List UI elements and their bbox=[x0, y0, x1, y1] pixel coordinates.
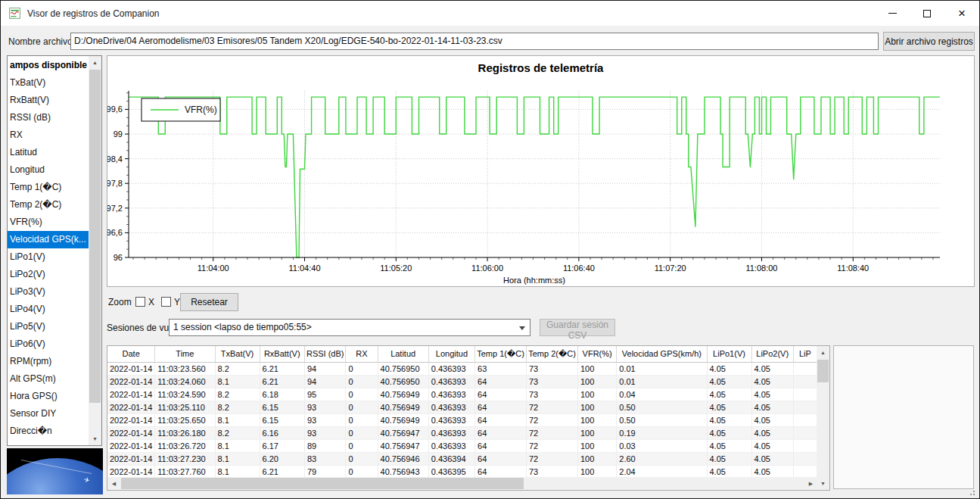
table-cell: 63 bbox=[475, 362, 527, 375]
column-header[interactable]: Longitud bbox=[428, 346, 474, 362]
field-item-lipo3-v[interactable]: LiPo3(V) bbox=[8, 283, 89, 301]
table-cell: 64 bbox=[475, 452, 527, 465]
table-row[interactable]: 2022-01-1411:03:26.1808.26.1693040.75694… bbox=[107, 426, 817, 439]
table-cell: 11:03:27.760 bbox=[155, 465, 215, 477]
svg-text:97,2: 97,2 bbox=[107, 204, 123, 213]
scroll-down-icon[interactable]: ▼ bbox=[89, 432, 101, 445]
telemetry-chart-panel[interactable]: 9696,697,297,898,49999,611:04:0011:04:40… bbox=[107, 55, 975, 287]
field-item-vfr[interactable]: VFR(%) bbox=[8, 214, 89, 231]
table-vscroll-thumb[interactable] bbox=[817, 360, 829, 382]
table-cell: 8.1 bbox=[215, 413, 260, 426]
column-header[interactable]: RxBatt(V) bbox=[260, 346, 304, 362]
column-header[interactable]: LiPo1(V) bbox=[707, 346, 751, 362]
table-row[interactable]: 2022-01-1411:03:27.7608.16.2179040.75694… bbox=[107, 465, 817, 477]
column-header[interactable]: LiPo2(V) bbox=[751, 346, 793, 362]
zoom-y-checkbox[interactable] bbox=[161, 297, 171, 307]
file-path-input[interactable]: D:/OneDrive/04 Aeromodelisme/03 Emisores… bbox=[70, 33, 879, 50]
column-header[interactable]: Latitud bbox=[378, 346, 428, 362]
field-item-latitud[interactable]: Latitud bbox=[8, 144, 89, 161]
svg-text:11:07:20: 11:07:20 bbox=[655, 264, 686, 273]
save-session-csv-button[interactable]: Guardar sesión CSV bbox=[540, 319, 615, 336]
table-row[interactable]: 2022-01-1411:03:25.6508.16.1593040.75694… bbox=[107, 413, 817, 426]
table-row[interactable]: 2022-01-1411:03:24.5908.26.1895040.75694… bbox=[107, 388, 817, 401]
table-cell: 4.05 bbox=[707, 362, 751, 375]
minimize-button[interactable] bbox=[875, 1, 910, 26]
field-item-lipo6-v[interactable]: LiPo6(V) bbox=[8, 335, 89, 353]
column-header[interactable]: Date bbox=[107, 346, 155, 362]
open-log-file-button[interactable]: Abrir archivo registros bbox=[883, 32, 975, 51]
field-item-velocidad-gps-k[interactable]: Velocidad GPS(k... bbox=[8, 231, 89, 248]
field-item-direcci-n[interactable]: Direcci�n bbox=[8, 423, 89, 440]
column-header[interactable]: RX bbox=[346, 346, 378, 362]
column-header[interactable]: Time bbox=[155, 346, 215, 362]
table-cell: 6.18 bbox=[260, 388, 304, 401]
table-cell: 2022-01-14 bbox=[107, 426, 155, 439]
field-item-rpm-rpm[interactable]: RPM(rpm) bbox=[8, 353, 89, 370]
field-item-longitud[interactable]: Longitud bbox=[8, 161, 89, 179]
field-item-lipo4-v[interactable]: LiPo4(V) bbox=[8, 301, 89, 318]
field-item-sensor-diy[interactable]: Sensor DIY bbox=[8, 405, 89, 423]
field-item-alt-gps-m[interactable]: Alt GPS(m) bbox=[8, 370, 89, 388]
svg-text:98,4: 98,4 bbox=[107, 154, 123, 164]
field-item-temp-2-c[interactable]: Temp 2(�C) bbox=[8, 196, 89, 214]
field-item-rx[interactable]: RX bbox=[8, 126, 89, 144]
fields-scrollbar[interactable]: ▲ ▼ bbox=[89, 56, 101, 445]
field-item-lipo1-v[interactable]: LiPo1(V) bbox=[8, 248, 89, 266]
titlebar: Visor de registros de Companion × bbox=[1, 1, 979, 26]
table-cell: 40.756947 bbox=[378, 439, 428, 452]
earth-map-preview[interactable]: ✈ bbox=[7, 448, 103, 494]
column-header[interactable]: RSSI (dB) bbox=[304, 346, 346, 362]
table-cell bbox=[793, 413, 817, 426]
svg-text:97,8: 97,8 bbox=[107, 179, 123, 188]
table-cell: 93 bbox=[304, 401, 346, 413]
table-horizontal-scrollbar[interactable]: ◀ ▶ bbox=[107, 477, 817, 490]
table-scroll-up-icon[interactable]: ▲ bbox=[817, 346, 829, 359]
field-item-txbat-v[interactable]: TxBat(V) bbox=[8, 74, 89, 92]
column-header[interactable]: Temp 1(�C) bbox=[475, 346, 527, 362]
field-item-lipo5-v[interactable]: LiPo5(V) bbox=[8, 318, 89, 335]
zoom-x-checkbox[interactable] bbox=[135, 297, 145, 307]
column-header[interactable]: Temp 2(�C) bbox=[527, 346, 578, 362]
column-header[interactable]: Velocidad GPS(km/h) bbox=[617, 346, 707, 362]
column-header[interactable]: TxBat(V) bbox=[215, 346, 260, 362]
resize-grip[interactable] bbox=[968, 488, 975, 495]
fields-scrollbar-thumb[interactable] bbox=[89, 70, 101, 403]
field-item-hora-gps[interactable]: Hora GPS() bbox=[8, 388, 89, 405]
table-row[interactable]: 2022-01-1411:03:26.7208.16.1789040.75694… bbox=[107, 439, 817, 452]
table-scroll-left-icon[interactable]: ◀ bbox=[107, 477, 120, 490]
table-scroll-down-icon[interactable]: ▼ bbox=[817, 477, 829, 490]
column-header[interactable]: LiP bbox=[793, 346, 817, 362]
table-cell: 0.50 bbox=[617, 401, 707, 413]
table-cell: 8.1 bbox=[215, 465, 260, 477]
close-button[interactable]: × bbox=[944, 1, 979, 26]
svg-text:11:06:40: 11:06:40 bbox=[563, 264, 595, 273]
table-vertical-scrollbar[interactable]: ▲ ▼ bbox=[817, 346, 829, 490]
column-header[interactable]: VFR(%) bbox=[577, 346, 616, 362]
table-scroll-right-icon[interactable]: ▶ bbox=[804, 477, 817, 490]
reset-zoom-button[interactable]: Resetear bbox=[180, 293, 238, 311]
table-cell: 11:03:23.560 bbox=[155, 362, 215, 375]
table-cell: 0 bbox=[346, 465, 378, 477]
field-item-lipo2-v[interactable]: LiPo2(V) bbox=[8, 266, 89, 283]
table-row[interactable]: 2022-01-1411:03:24.0608.16.2194040.75695… bbox=[107, 375, 817, 388]
telemetry-chart[interactable]: 9696,697,297,898,49999,611:04:0011:04:40… bbox=[107, 56, 974, 286]
field-item-temp-1-c[interactable]: Temp 1(�C) bbox=[8, 179, 89, 196]
maximize-button[interactable] bbox=[910, 1, 944, 26]
scroll-up-icon[interactable]: ▲ bbox=[89, 56, 101, 69]
log-table[interactable]: DateTimeTxBat(V)RxBatt(V)RSSI (dB)RXLati… bbox=[107, 346, 817, 477]
svg-text:11:05:20: 11:05:20 bbox=[380, 264, 412, 273]
table-cell: 72 bbox=[527, 439, 578, 452]
field-item-rxbatt-v[interactable]: RxBatt(V) bbox=[8, 92, 89, 109]
table-row[interactable]: 2022-01-1411:03:27.2308.16.2083040.75694… bbox=[107, 452, 817, 465]
zoom-label: Zoom bbox=[108, 297, 132, 307]
field-item-rssi-db[interactable]: RSSI (dB) bbox=[8, 109, 89, 126]
table-cell: 100 bbox=[577, 375, 616, 388]
table-cell bbox=[793, 375, 817, 388]
table-row[interactable]: 2022-01-1411:03:25.1108.26.1593040.75694… bbox=[107, 401, 817, 413]
table-hscroll-thumb[interactable] bbox=[121, 478, 524, 489]
table-cell: 2.04 bbox=[617, 465, 707, 477]
table-cell: 6.21 bbox=[260, 375, 304, 388]
table-row[interactable]: 2022-01-1411:03:23.5608.26.2194040.75695… bbox=[107, 362, 817, 375]
svg-text:11:08:40: 11:08:40 bbox=[837, 264, 869, 273]
session-select[interactable]: 1 session <lapso de tiempo05:55> bbox=[169, 319, 530, 336]
